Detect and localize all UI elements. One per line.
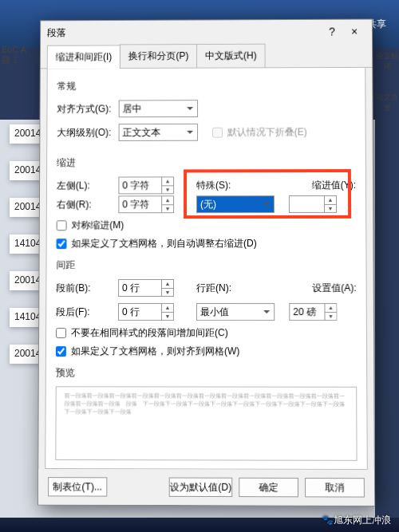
spin-down-icon[interactable]: ▼ [324, 204, 336, 212]
alignment-label: 对齐方式(G): [57, 102, 113, 116]
section-spacing: 间距 [56, 258, 356, 272]
auto-adjust-checkbox[interactable]: 如果定义了文档网格，则自动调整右缩进(D) [57, 237, 357, 250]
mirror-indent-checkbox[interactable]: 对称缩进(M) [57, 219, 357, 232]
setat-spinner[interactable]: 20 磅 ▲▼ [289, 303, 337, 321]
snapgrid-checkbox[interactable]: 如果定义了文档网格，则对齐到网格(W) [56, 345, 357, 358]
translate-button[interactable]: 全文翻译 [376, 51, 398, 83]
spin-up-icon[interactable]: ▲ [161, 177, 173, 185]
indent-left-spinner[interactable]: 0 字符 ▲▼ [118, 176, 174, 194]
spin-up-icon[interactable]: ▲ [161, 196, 173, 204]
dialog-panel: 常规 对齐方式(G): 居中 大纲级别(O): 正文文本 默认情况下折叠(E) … [45, 68, 368, 470]
tab-asian[interactable]: 中文版式(H) [196, 44, 265, 68]
dialog-titlebar: 段落 ? × [41, 20, 372, 45]
tab-indent-spacing[interactable]: 缩进和间距(I) [47, 45, 120, 69]
cancel-button[interactable]: 取消 [305, 478, 365, 498]
papercheck-button[interactable]: 论文查重 [376, 93, 398, 124]
special-label: 特殊(S): [196, 179, 254, 192]
spin-down-icon[interactable]: ▼ [161, 205, 173, 212]
spin-up-icon[interactable]: ▲ [161, 280, 173, 289]
dialog-buttons: 制表位(T)... 设为默认值(D) 确定 取消 [38, 469, 374, 506]
dialog-tabs: 缩进和间距(I) 换行和分页(P) 中文版式(H) [41, 43, 372, 69]
ok-button[interactable]: 确定 [239, 478, 298, 498]
indentval-spinner[interactable]: ▲▼ [289, 195, 337, 213]
mirror-input[interactable] [57, 220, 67, 231]
default-button[interactable]: 设为默认值(D) [169, 478, 232, 498]
special-combo[interactable]: (无) [196, 195, 275, 213]
spin-down-icon[interactable]: ▼ [324, 313, 336, 321]
nosame-checkbox[interactable]: 不要在相同样式的段落间增加间距(C) [56, 326, 357, 340]
help-button[interactable]: ? [321, 26, 343, 38]
autogrid-input[interactable] [57, 238, 67, 249]
spin-down-icon[interactable]: ▼ [161, 289, 173, 297]
preview-box: 前一段落前一段落前一段落前一段落前一段落前一段落前一段落前一段落前一段落前一段落… [55, 386, 357, 461]
before-label: 段前(B): [56, 282, 113, 295]
before-spinner[interactable]: 0 行 ▲▼ [118, 279, 174, 297]
linespacing-combo[interactable]: 最小值 [196, 303, 275, 321]
indent-left-label: 左侧(L): [57, 179, 114, 192]
after-spinner[interactable]: 0 行 ▲▼ [118, 303, 174, 321]
dialog-title: 段落 [47, 25, 321, 39]
section-indent: 缩进 [57, 156, 356, 170]
spin-up-icon[interactable]: ▲ [324, 196, 336, 204]
spin-up-icon[interactable]: ▲ [161, 304, 173, 313]
nosame-input[interactable] [56, 328, 66, 338]
right-toolbar: 全文翻译 论文查重 [375, 40, 399, 359]
close-button[interactable]: × [343, 26, 365, 38]
outline-combo[interactable]: 正文文本 [119, 124, 198, 141]
snapgrid-input[interactable] [56, 346, 66, 357]
style-label: 题 1 [2, 54, 38, 66]
outline-label: 大纲级别(O): [57, 126, 113, 140]
indentval-label: 缩进值(Y): [312, 178, 356, 191]
style-preview: BbC A 题 1 [0, 40, 40, 71]
indent-right-label: 右侧(R): [57, 198, 114, 211]
setat-label: 设置值(A): [312, 281, 357, 294]
paragraph-dialog: 段落 ? × 缩进和间距(I) 换行和分页(P) 中文版式(H) 常规 对齐方式… [38, 19, 375, 506]
collapse-checkbox[interactable]: 默认情况下折叠(E) [212, 125, 307, 139]
collapse-input [212, 127, 223, 137]
spin-up-icon[interactable]: ▲ [324, 304, 336, 313]
tab-line-page[interactable]: 换行和分页(P) [120, 44, 197, 68]
tabs-button[interactable]: 制表位(T)... [48, 477, 107, 496]
after-label: 段后(F): [56, 305, 113, 319]
spin-down-icon[interactable]: ▼ [161, 186, 173, 193]
watermark: 🐾旭东网上冲浪 [322, 514, 391, 527]
spin-down-icon[interactable]: ▼ [161, 313, 173, 321]
section-preview: 预览 [56, 366, 357, 380]
style-sample: BbC A [2, 45, 38, 54]
linespacing-label: 行距(N): [196, 281, 254, 294]
alignment-combo[interactable]: 居中 [119, 100, 198, 117]
indent-right-spinner[interactable]: 0 字符 ▲▼ [118, 195, 174, 213]
section-general: 常规 [57, 79, 355, 93]
